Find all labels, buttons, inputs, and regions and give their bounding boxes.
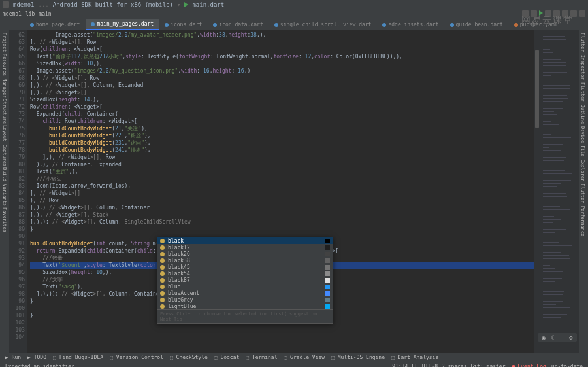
bottom-tool-logcat[interactable]: ⬚ Logcat [214, 355, 240, 360]
code-line[interactable]: ], // <Widget>[], Row [30, 39, 537, 46]
completion-item-black[interactable]: black [157, 237, 333, 244]
tool-build-variants[interactable]: Build Variants [2, 167, 7, 206]
tool-project[interactable]: Project [2, 33, 7, 52]
completion-item-black26[interactable]: black26 [157, 251, 333, 257]
moon-icon[interactable]: ☾ [549, 334, 556, 341]
code-line[interactable]: buildCountBodyWidget(221,"粉丝"), [30, 132, 537, 139]
completion-item-blue[interactable]: blue [157, 283, 333, 290]
tool-flutter-outline[interactable]: Flutter Outline [580, 82, 585, 124]
code-line[interactable]: Text("偷偷子112,虽然包212小时",style: TextStyle(… [30, 53, 537, 60]
code-line[interactable]: ///小箭头 [30, 175, 537, 183]
tab-icon-data-dart[interactable]: icon_data.dart [208, 20, 268, 30]
completion-item-blueAccent[interactable]: blueAccent [157, 290, 333, 296]
gear-icon[interactable]: ⚙ [568, 334, 574, 341]
app-icon [3, 1, 9, 8]
code-line[interactable]: buildCountBodyWidget(21,"关注"), [30, 125, 537, 132]
tool-flutter-performance[interactable]: Flutter Performance [580, 184, 585, 236]
run-config[interactable]: main.dart [192, 1, 224, 8]
code-line[interactable]: } [30, 226, 537, 233]
code-line[interactable]: Row(children: <Widget>[ [30, 103, 537, 111]
code-line[interactable]: ],) // <Widget>[], Row [30, 75, 537, 82]
code-line[interactable]: Expanded(child: Container( [30, 111, 537, 118]
code-line[interactable]: Text("主页",), [30, 168, 537, 175]
code-line[interactable]: Image.asset("images/2.0/my_question_icon… [30, 67, 537, 75]
bottom-tool-terminal[interactable]: ⬚ Terminal [246, 355, 277, 360]
editor-scrollbar[interactable] [534, 30, 540, 353]
code-line[interactable]: ],), // <Widget>[], Stack [30, 211, 537, 218]
completion-item-black12[interactable]: black12 [157, 244, 333, 251]
completion-item-black38[interactable]: black38 [157, 257, 333, 264]
breadcrumb-bar: mdemo1 lib main [0, 9, 588, 18]
tool-structure[interactable]: Structure [2, 99, 7, 124]
editor-floating-toolbar: ◉ ☾ – ⚙ [538, 333, 577, 342]
code-line[interactable]: buildCountBodyWidget(241,"排名"), [30, 147, 537, 154]
dash-icon[interactable]: – [559, 334, 565, 341]
code-line[interactable]: SizedBox(width: 10,), [30, 60, 537, 67]
project-name: mdemo1 [13, 1, 35, 8]
bottom-tool-dart-analysis[interactable]: ⬚ Dart Analysis [391, 355, 438, 360]
sdk-status: Android SDK built for x86 (mobile) [53, 1, 173, 8]
bottom-tool-bar: ▶ Run▶ TODO⬚ Find Bugs-IDEA⬚ Version Con… [0, 353, 588, 362]
status-message: Expected an identifier. [5, 364, 78, 367]
completion-item-black54[interactable]: black54 [157, 270, 333, 277]
left-tool-strip: ProjectResource ManagerStructureLayout C… [0, 30, 9, 353]
tool-device-file-explorer[interactable]: Device File Explorer [580, 126, 585, 181]
minimap[interactable]: ◉ ☾ – ⚙ [540, 30, 579, 353]
bottom-tool-gradle-view[interactable]: ⬚ Gradle View [284, 355, 325, 360]
bottom-tool-multi-os-engine[interactable]: ⬚ Multi-OS Engine [331, 355, 385, 360]
git-branch[interactable]: Git: master [470, 364, 505, 367]
bottom-tool-run[interactable]: ▶ Run [5, 355, 21, 360]
code-line[interactable]: ],),) // <Widget>[], Column, Container [30, 204, 537, 211]
bottom-tool-version-control[interactable]: ⬚ Version Control [110, 355, 163, 360]
code-line[interactable]: buildCountBodyWidget(231,"访问"), [30, 139, 537, 147]
encoding[interactable]: UTF-8 [422, 364, 438, 367]
completion-item-black45[interactable]: black45 [157, 264, 333, 270]
code-line[interactable]: Image.asset("images/2.0/my_avatar_header… [30, 31, 537, 39]
event-log-button[interactable]: Event Log [512, 364, 546, 367]
tab-edge-insets-dart[interactable]: edge_insets.dart [377, 20, 444, 30]
code-line[interactable]: Row(children: <Widget>[ [30, 46, 537, 53]
tool-layout-captures[interactable]: Layout Captures [2, 125, 7, 166]
tab-single-child-scroll-view-dart[interactable]: single_child_scroll_view.dart [269, 20, 377, 30]
eye-icon[interactable]: ◉ [540, 334, 547, 341]
code-line[interactable]: ],), // <Widget>[], Column, Expanded [30, 82, 537, 89]
tab-icons-dart[interactable]: icons.dart [159, 20, 207, 30]
code-completion-popup[interactable]: blackblack12black26black38black45black54… [157, 237, 333, 324]
code-line[interactable]: ], // <Widget>[] [30, 190, 537, 197]
breadcrumb[interactable]: lib [25, 11, 35, 17]
title-bar: mdemo1 ... Android SDK built for x86 (mo… [0, 0, 588, 9]
completion-item-lightBlue[interactable]: lightBlue [157, 303, 333, 309]
breadcrumb[interactable]: mdemo1 [3, 11, 22, 17]
tool-favorites[interactable]: Favorites [2, 207, 7, 232]
line-sep[interactable]: LF [412, 364, 418, 367]
tab-main-my-pages-dart[interactable]: main_my_pages.dart [86, 19, 159, 30]
cursor-position[interactable]: 91:34 [392, 364, 408, 367]
bottom-tool-checkstyle[interactable]: ⬚ CheckStyle [170, 355, 208, 360]
breadcrumb[interactable]: main [39, 11, 51, 17]
line-gutter: 6263646566676869707172737475767778798081… [9, 30, 27, 353]
tool-resource-manager[interactable]: Resource Manager [2, 54, 7, 97]
code-line[interactable]: Icon(Icons.arrow_forward_ios), [30, 183, 537, 190]
code-line[interactable]: SizedBox(height: 14,), [30, 96, 537, 103]
tab-guide-bean-dart[interactable]: guide_bean.dart [445, 20, 508, 30]
editor-tabs: home_page.dartmain_my_pages.darticons.da… [0, 18, 588, 30]
event-dot-icon [512, 365, 515, 368]
completion-hint: Press Ctrl+. to choose the selected (or … [157, 309, 333, 323]
bottom-tool-find-bugs-idea[interactable]: ⬚ Find Bugs-IDEA [53, 355, 103, 360]
code-line[interactable]: ],),); // <Widget>[], Column, SingleChil… [30, 218, 537, 226]
right-tool-strip: Flutter InspectorFlutter OutlineDevice F… [579, 30, 588, 353]
status-bar: Expected an identifier. 91:34 LF UTF-8 2… [0, 362, 588, 367]
bottom-tool-todo[interactable]: ▶ TODO [27, 355, 46, 360]
code-line[interactable]: ],), // <Widget>[], Row [30, 154, 537, 161]
toolbar-icon[interactable] [579, 10, 585, 17]
run-icon[interactable] [184, 2, 188, 7]
completion-item-black87[interactable]: black87 [157, 277, 333, 283]
indent[interactable]: 2 spaces [442, 364, 467, 367]
tab-home-page-dart[interactable]: home_page.dart [25, 20, 85, 30]
code-line[interactable]: ],), // <Widget>[] [30, 89, 537, 96]
code-line[interactable]: ),), // Container, Expanded [30, 161, 537, 168]
tool-flutter-inspector[interactable]: Flutter Inspector [580, 33, 585, 80]
code-line[interactable]: child: Row(children: <Widget>[ [30, 118, 537, 125]
code-line[interactable]: ), // Row [30, 197, 537, 204]
completion-item-blueGrey[interactable]: blueGrey [157, 296, 333, 303]
